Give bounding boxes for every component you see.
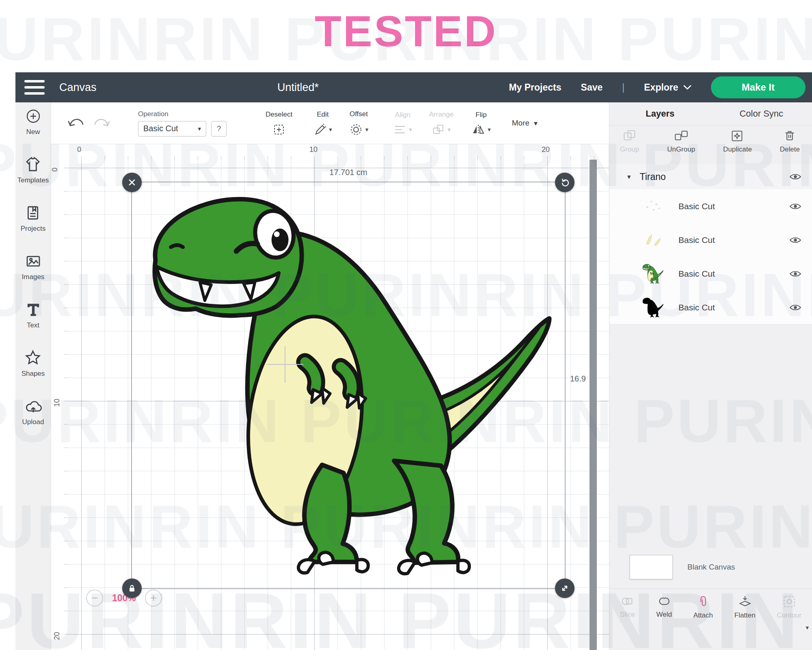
rotate-handle[interactable]: [555, 173, 574, 192]
layer-thumbnail-black-dino: [641, 297, 665, 318]
trex-artwork[interactable]: [132, 182, 565, 588]
ruler-number: 0: [77, 145, 81, 154]
paperclip-icon: [698, 595, 709, 608]
more-label: More: [512, 119, 529, 128]
tab-color-sync[interactable]: Color Sync: [711, 108, 812, 119]
slice-label: Slice: [620, 611, 635, 619]
explore-menu[interactable]: Explore: [644, 82, 691, 93]
visibility-eye-icon[interactable]: [789, 236, 801, 244]
layer-row[interactable]: Basic Cut: [609, 290, 812, 325]
weld-icon: [657, 595, 671, 607]
resize-handle[interactable]: [555, 578, 574, 598]
ruler-number: 20: [53, 632, 61, 640]
deselect-tool[interactable]: Deselect: [266, 110, 292, 136]
chevron-down-icon: ▾: [365, 126, 369, 133]
deselect-icon: [272, 123, 285, 136]
make-it-button[interactable]: Make It: [711, 76, 806, 98]
weld-button[interactable]: Weld: [657, 595, 672, 633]
canvas-scrollbar[interactable]: [590, 160, 597, 650]
blank-canvas-row: Blank Canvas: [609, 552, 812, 583]
resize-icon: [561, 584, 569, 592]
contour-label: Contour: [777, 611, 801, 620]
visibility-eye-icon[interactable]: [789, 173, 801, 181]
ungroup-button[interactable]: UnGroup: [667, 129, 695, 164]
attach-button[interactable]: Attach: [693, 595, 713, 633]
flip-icon: [471, 124, 485, 136]
arrange-tool[interactable]: Arrange ▾: [429, 110, 454, 136]
layer-row[interactable]: Basic Cut: [609, 189, 812, 223]
hamburger-menu-icon[interactable]: [24, 80, 45, 95]
delete-button[interactable]: Delete: [780, 129, 800, 164]
operation-select[interactable]: Basic Cut ▾: [138, 121, 206, 136]
sidebar-item-new[interactable]: New: [25, 108, 41, 136]
sidebar-item-shapes[interactable]: Shapes: [22, 350, 45, 378]
canvas-section-label: Canvas: [59, 81, 97, 94]
visibility-eye-icon[interactable]: [789, 202, 801, 210]
tshirt-icon: [24, 156, 41, 173]
edit-pencil-icon: [313, 123, 326, 136]
help-button[interactable]: ?: [211, 121, 227, 136]
visibility-eye-icon[interactable]: [789, 270, 801, 278]
chevron-down-icon: ▾: [409, 126, 412, 133]
align-tool[interactable]: Align ▾: [393, 111, 412, 136]
attach-label: Attach: [693, 611, 713, 620]
group-expand-caret[interactable]: ▾: [627, 173, 631, 181]
lock-handle[interactable]: [122, 578, 142, 598]
group-button[interactable]: Group: [620, 129, 639, 164]
layer-group-row[interactable]: ▾ Tirano: [609, 164, 812, 190]
my-projects-link[interactable]: My Projects: [509, 82, 561, 93]
save-link[interactable]: Save: [581, 82, 603, 93]
duplicate-label: Duplicate: [723, 145, 752, 154]
offset-tool[interactable]: Offset ▾: [349, 110, 369, 136]
contour-button[interactable]: Contour: [777, 595, 801, 633]
zoom-out-button[interactable]: −: [86, 589, 103, 607]
sidebar-item-projects[interactable]: Projects: [21, 205, 45, 233]
layer-group-name: Tirano: [640, 171, 666, 182]
zoom-in-button[interactable]: +: [145, 589, 162, 607]
layer-label: Basic Cut: [678, 202, 715, 211]
group-label: Group: [620, 145, 639, 154]
layer-actions: Group UnGroup Duplicate Delete: [609, 125, 812, 164]
duplicate-button[interactable]: Duplicate: [723, 129, 752, 164]
sidebar-item-upload[interactable]: Upload: [22, 398, 44, 426]
offset-icon: [349, 123, 363, 136]
sidebar-item-label: Images: [22, 273, 45, 281]
ungroup-icon: [674, 129, 688, 142]
duplicate-icon: [730, 129, 744, 142]
delete-label: Delete: [780, 145, 800, 154]
layers-panel: Layers Color Sync Group UnGroup Duplicat…: [609, 102, 812, 650]
more-menu[interactable]: More ▼: [512, 119, 539, 128]
sidebar-item-label: Upload: [22, 418, 44, 426]
sidebar-item-label: Projects: [21, 225, 45, 233]
selection-width-label: 17.701 cm: [329, 168, 367, 177]
chevron-down-icon: [683, 85, 691, 90]
selection-bounding-box[interactable]: 17.701 cm: [131, 182, 566, 589]
panel-scroll-caret[interactable]: ▾: [806, 624, 809, 631]
selection-height-label: 16.9: [570, 374, 586, 384]
design-canvas[interactable]: 16.9 17.701 cm −: [67, 160, 609, 650]
undo-button[interactable]: [67, 116, 84, 131]
layer-thumbnail-cream-pieces: [641, 229, 665, 251]
lock-icon: [128, 584, 136, 593]
layer-row[interactable]: Basic Cut: [609, 223, 812, 257]
sidebar-item-templates[interactable]: Templates: [17, 156, 49, 184]
layer-row[interactable]: Basic Cut: [609, 257, 812, 291]
document-title[interactable]: Untitled*: [245, 81, 351, 94]
flip-tool[interactable]: Flip ▾: [471, 111, 491, 136]
flatten-icon: [739, 595, 752, 608]
slice-button[interactable]: Slice: [620, 595, 635, 633]
align-label: Align: [395, 111, 410, 119]
sidebar-item-images[interactable]: Images: [22, 253, 45, 281]
visibility-eye-icon[interactable]: [789, 303, 801, 312]
chevron-down-icon: ▾: [447, 126, 451, 133]
deselect-handle[interactable]: [122, 173, 142, 192]
redo-button[interactable]: [93, 116, 111, 131]
sidebar-item-text[interactable]: Text: [25, 301, 41, 329]
sidebar-item-label: Shapes: [22, 370, 45, 378]
tab-layers[interactable]: Layers: [609, 108, 711, 119]
vertical-ruler: 0 10 20: [51, 160, 67, 650]
flatten-button[interactable]: Flatten: [734, 595, 756, 633]
blank-canvas-swatch[interactable]: [630, 555, 673, 579]
edit-tool[interactable]: Edit ▾: [313, 110, 332, 136]
explore-label: Explore: [644, 82, 678, 93]
